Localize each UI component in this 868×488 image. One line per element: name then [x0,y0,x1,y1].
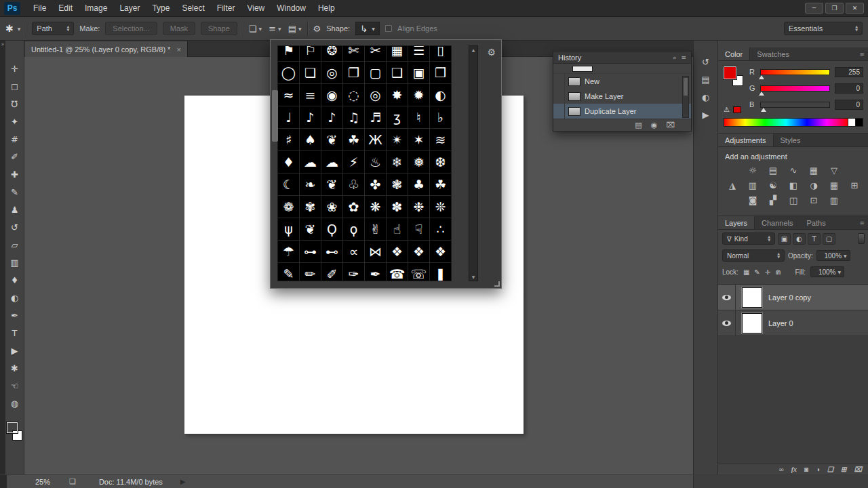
shape-cell[interactable]: ✌ [365,218,387,241]
shape-cell[interactable]: ≡ [300,84,321,106]
collapsed-info-panel-icon[interactable]: ◐ [698,89,714,104]
shape-cell[interactable]: ❐ [343,62,365,84]
channel-slider-track[interactable] [760,102,830,108]
shape-cell[interactable]: ☘ [430,174,452,196]
panel-menu-icon[interactable]: ≡ [859,216,868,229]
dodge-tool[interactable]: ◐ [7,289,23,306]
black-swatch[interactable] [855,119,863,126]
menu-item[interactable]: Help [312,0,341,17]
opacity-field[interactable]: 100% [816,250,850,261]
adjustment-icon[interactable]: ▥ [747,180,758,190]
shape-cell[interactable]: ✐ [321,263,343,281]
shape-cell[interactable]: ✒ [365,263,387,281]
link-layers-icon[interactable]: ∞ [779,466,784,473]
layer-row[interactable]: Layer 0 copy [718,285,868,310]
shape-cell[interactable]: ✄ [343,45,365,62]
shape-cell[interactable]: ❧ [300,174,321,196]
shape-picker-scrollbar[interactable] [469,45,478,281]
gear-icon[interactable]: ⚙ [487,47,496,58]
shape-cell[interactable]: ▯ [430,45,452,62]
filtering-toggle[interactable] [858,233,865,244]
adjustment-icon[interactable]: ▽ [829,165,840,176]
delete-state-icon[interactable]: ⌧ [666,121,675,129]
shape-cell[interactable]: ❋ [365,196,387,218]
shape-cell[interactable]: ⚐ [300,45,321,62]
shape-cell[interactable]: ✾ [300,196,321,218]
shape-cell[interactable]: ✑ [343,263,365,281]
shape-cell[interactable]: ▦ [387,45,408,62]
shape-cell[interactable]: ☰ [408,45,430,62]
fill-field[interactable]: 100% [810,266,844,277]
menu-item[interactable]: View [241,0,271,17]
adjustment-icon[interactable]: ☼ [747,165,758,176]
shape-cell[interactable]: ⋈ [365,241,387,263]
collapsed-properties-panel-icon[interactable]: ▤ [698,72,714,87]
menu-item[interactable]: Window [271,0,312,17]
adjustment-icon[interactable]: ⊡ [808,195,819,205]
menu-item[interactable]: Edit [52,0,79,17]
adjustment-icon[interactable]: ⊞ [849,180,860,190]
zoom-tool[interactable]: ◍ [7,394,23,412]
tab-close-icon[interactable]: × [176,45,180,54]
shape-cell[interactable]: ✹ [408,84,430,106]
adjustment-icon[interactable]: ◧ [788,180,799,190]
shape-cell[interactable]: ♧ [343,174,365,196]
panel-menu-icon[interactable]: ≡ [859,47,868,60]
shape-cell[interactable]: ❉ [408,196,430,218]
history-source-checkbox[interactable] [553,74,565,89]
resize-grip[interactable] [494,281,500,287]
document-size-info[interactable]: Doc: 11.4M/0 bytes [99,478,163,486]
foreground-color-swatch[interactable] [7,422,18,433]
filter-pixel-layers-icon[interactable]: ▣ [778,233,791,245]
shape-cell[interactable]: ✤ [365,174,387,196]
shape-cell[interactable]: ♨ [365,151,387,174]
shape-cell[interactable]: ☾ [278,174,300,196]
gamut-warning[interactable]: ⚠ [724,106,741,113]
shape-cell[interactable]: ✴ [387,129,408,151]
shape-cell[interactable]: Ϙ [321,218,343,241]
shape-cell[interactable]: ▣ [408,62,430,84]
shape-cell[interactable]: ∴ [430,218,452,241]
history-brush-tool[interactable]: ↺ [7,218,23,236]
brush-tool[interactable]: ✎ [7,183,23,201]
color-spectrum-bar[interactable] [724,118,863,127]
new-document-from-state-icon[interactable]: ▤ [635,121,642,129]
healing-brush-tool[interactable]: ✚ [7,165,23,183]
adjustment-icon[interactable]: ◑ [808,180,819,190]
shape-cell[interactable]: ◯ [278,62,300,84]
filter-adjustment-layers-icon[interactable]: ◐ [793,233,806,245]
pen-tool[interactable]: ✒ [7,306,23,324]
shape-cell[interactable]: ◉ [321,84,343,106]
menu-item[interactable]: Layer [113,0,146,17]
shape-cell[interactable]: ❊ [430,196,452,218]
shape-cell[interactable]: ♠ [300,129,321,151]
menu-item[interactable]: Type [146,0,176,17]
workspace-dropdown[interactable]: Essentials [784,22,863,35]
layer-thumbnail[interactable] [742,313,762,333]
restore-button[interactable]: ❐ [825,3,844,14]
move-tool[interactable]: ✛ [7,60,23,77]
layer-thumbnail[interactable] [742,287,762,308]
shape-cell[interactable]: ✏ [300,263,321,281]
adjustment-icon[interactable]: ☯ [768,180,778,190]
custom-shape-tool[interactable]: ✱ [7,359,23,377]
history-state-row[interactable]: Make Layer [553,89,691,104]
shape-cell[interactable]: ♭ [430,106,452,129]
delete-layer-icon[interactable]: ⌧ [854,466,862,473]
channel-value-field[interactable]: 0 [835,100,863,110]
blur-tool[interactable]: ♦ [7,271,23,289]
white-swatch[interactable] [848,119,855,126]
shape-cell[interactable]: ◎ [365,84,387,106]
adjustment-icon[interactable]: ◮ [727,180,738,190]
path-alignment-icon[interactable]: ≡ [269,24,281,34]
collapsed-actions-panel-icon[interactable]: ▶ [698,107,714,122]
shape-cell[interactable]: ♪ [321,106,343,129]
shape-cell[interactable]: ψ [278,218,300,241]
lasso-tool[interactable]: ℧ [7,95,23,113]
minimize-button[interactable]: ─ [805,3,823,14]
align-edges-checkbox[interactable] [385,25,392,32]
scrollbar-thumb[interactable] [272,90,278,142]
new-snapshot-icon[interactable]: ◉ [651,121,658,129]
tab-adjustments[interactable]: Adjustments [718,134,774,146]
shape-cell[interactable]: ◎ [321,62,343,84]
